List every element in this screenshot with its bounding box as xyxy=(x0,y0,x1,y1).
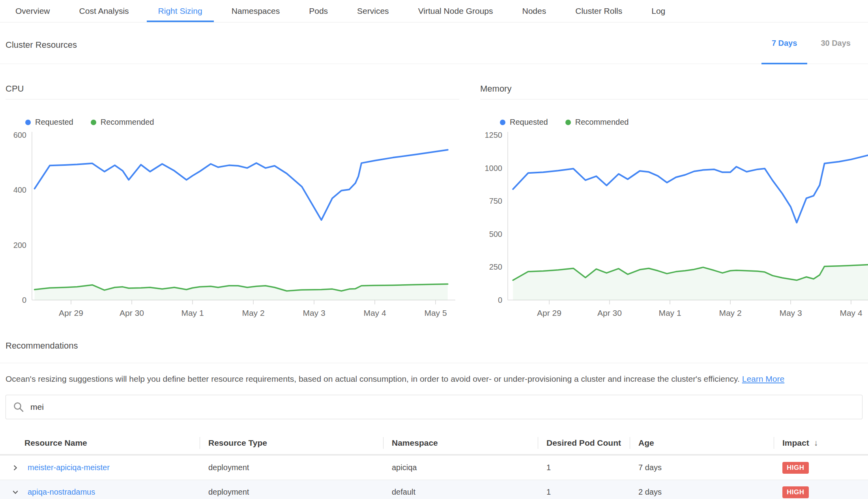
svg-text:0: 0 xyxy=(498,296,502,304)
svg-text:250: 250 xyxy=(489,263,502,271)
tab-overview[interactable]: Overview xyxy=(1,0,65,22)
legend-item-requested: Requested xyxy=(25,118,73,127)
recommendations-description: Ocean's resizing suggestions will help y… xyxy=(0,363,868,385)
range-tab-7-days[interactable]: 7 Days xyxy=(760,23,809,64)
table-header: Resource Name Resource Type Namespace De… xyxy=(0,432,868,456)
tab-cluster-rolls[interactable]: Cluster Rolls xyxy=(561,0,637,22)
recommendations-description-text: Ocean's resizing suggestions will help y… xyxy=(6,374,740,383)
svg-text:0: 0 xyxy=(22,296,26,304)
tab-log[interactable]: Log xyxy=(637,0,680,22)
resource-name-cell: apiqa-nostradamus xyxy=(0,488,200,497)
svg-text:May 4: May 4 xyxy=(363,308,386,317)
svg-text:400: 400 xyxy=(13,186,26,194)
legend-label: Recommended xyxy=(101,118,154,127)
resource-type-cell: deployment xyxy=(200,463,383,472)
svg-text:Apr 30: Apr 30 xyxy=(597,308,622,317)
recommendations-table: Resource Name Resource Type Namespace De… xyxy=(0,432,868,499)
svg-text:600: 600 xyxy=(13,131,26,139)
memory-chart-legend: RequestedRecommended xyxy=(500,118,868,127)
charts-row: CPU RequestedRecommended 6004002000Apr 2… xyxy=(0,84,868,318)
svg-text:May 4: May 4 xyxy=(840,308,862,317)
cpu-chart-panel: CPU RequestedRecommended 6004002000Apr 2… xyxy=(6,84,459,318)
cluster-resources-title: Cluster Resources xyxy=(6,40,77,64)
memory-chart-title: Memory xyxy=(480,84,868,99)
time-range-tabs: 7 Days30 Days xyxy=(760,23,862,64)
chevron-down-icon[interactable] xyxy=(12,489,19,496)
tab-namespaces[interactable]: Namespaces xyxy=(217,0,295,22)
chevron-right-icon[interactable] xyxy=(12,464,19,471)
namespace-cell: default xyxy=(383,488,538,497)
svg-text:May 5: May 5 xyxy=(424,308,447,317)
legend-dot-requested xyxy=(25,120,31,125)
legend-item-recommended: Recommended xyxy=(565,118,629,127)
resource-name-link[interactable]: apiqa-nostradamus xyxy=(28,488,95,497)
tab-virtual-node-groups[interactable]: Virtual Node Groups xyxy=(404,0,508,22)
search-icon xyxy=(13,401,24,413)
tab-bar: OverviewCost AnalysisRight SizingNamespa… xyxy=(0,0,868,23)
desired-pod-count-cell: 1 xyxy=(538,463,630,472)
table-body: meister-apiciqa-meisterdeploymentapiciqa… xyxy=(0,456,868,499)
tab-nodes[interactable]: Nodes xyxy=(508,0,561,22)
age-cell: 2 days xyxy=(630,488,774,497)
svg-text:1250: 1250 xyxy=(485,131,503,139)
resource-name-cell: meister-apiciqa-meister xyxy=(0,463,200,472)
impact-cell: HIGH xyxy=(774,486,868,498)
memory-chart: 125010007505002500Apr 29Apr 30May 1May 2… xyxy=(480,129,868,318)
legend-dot-recommended xyxy=(91,120,96,125)
resource-name-link[interactable]: meister-apiciqa-meister xyxy=(28,463,110,472)
svg-text:May 2: May 2 xyxy=(242,308,264,317)
age-cell: 7 days xyxy=(630,463,774,472)
svg-text:200: 200 xyxy=(13,241,26,250)
tab-right-sizing[interactable]: Right Sizing xyxy=(144,0,217,22)
memory-chart-panel: Memory RequestedRecommended 125010007505… xyxy=(480,84,868,318)
svg-text:May 1: May 1 xyxy=(658,308,681,317)
legend-item-requested: Requested xyxy=(500,118,548,127)
learn-more-link[interactable]: Learn More xyxy=(742,374,784,383)
svg-text:1000: 1000 xyxy=(485,164,503,173)
recommendations-section: Recommendations Ocean's resizing suggest… xyxy=(0,341,868,385)
legend-label: Requested xyxy=(35,118,73,127)
legend-label: Requested xyxy=(510,118,548,127)
legend-dot-requested xyxy=(500,120,505,125)
desired-pod-count-cell: 1 xyxy=(538,488,630,497)
search-box[interactable] xyxy=(6,395,862,419)
namespace-cell: apiciqa xyxy=(383,463,538,472)
recommendations-title: Recommendations xyxy=(0,341,868,363)
sort-descending-icon[interactable]: ↓ xyxy=(814,438,818,448)
legend-item-recommended: Recommended xyxy=(91,118,154,127)
legend-dot-recommended xyxy=(565,120,571,125)
column-header-age[interactable]: Age xyxy=(630,432,774,454)
resource-type-cell: deployment xyxy=(200,488,383,497)
cpu-chart-title: CPU xyxy=(6,84,459,99)
tab-cost-analysis[interactable]: Cost Analysis xyxy=(65,0,144,22)
svg-text:Apr 29: Apr 29 xyxy=(59,308,83,317)
svg-text:May 3: May 3 xyxy=(303,308,325,317)
svg-text:May 2: May 2 xyxy=(719,308,741,317)
column-header-namespace[interactable]: Namespace xyxy=(383,432,538,454)
svg-text:May 3: May 3 xyxy=(779,308,802,317)
svg-text:Apr 30: Apr 30 xyxy=(120,308,144,317)
impact-badge: HIGH xyxy=(782,462,809,474)
range-tab-30-days[interactable]: 30 Days xyxy=(809,23,862,64)
search-input[interactable] xyxy=(30,402,855,412)
svg-text:750: 750 xyxy=(489,197,502,205)
table-row: apiqa-nostradamusdeploymentdefault12 day… xyxy=(0,480,868,499)
column-header-desired-pod-count[interactable]: Desired Pod Count xyxy=(538,432,630,454)
tab-pods[interactable]: Pods xyxy=(294,0,342,22)
svg-text:Apr 29: Apr 29 xyxy=(537,308,561,317)
svg-text:500: 500 xyxy=(489,230,502,238)
svg-text:May 1: May 1 xyxy=(181,308,204,317)
impact-cell: HIGH xyxy=(774,462,868,474)
legend-label: Recommended xyxy=(575,118,629,127)
column-header-resource-type[interactable]: Resource Type xyxy=(200,432,383,454)
cpu-chart-legend: RequestedRecommended xyxy=(25,118,459,127)
tab-services[interactable]: Services xyxy=(342,0,404,22)
column-header-resource-name[interactable]: Resource Name xyxy=(0,432,200,454)
cpu-chart: 6004002000Apr 29Apr 30May 1May 2May 3May… xyxy=(6,129,459,318)
column-header-impact[interactable]: Impact↓ xyxy=(774,432,868,454)
impact-badge: HIGH xyxy=(782,486,809,498)
cluster-resources-header: Cluster Resources 7 Days30 Days xyxy=(0,23,868,64)
table-row: meister-apiciqa-meisterdeploymentapiciqa… xyxy=(0,456,868,480)
